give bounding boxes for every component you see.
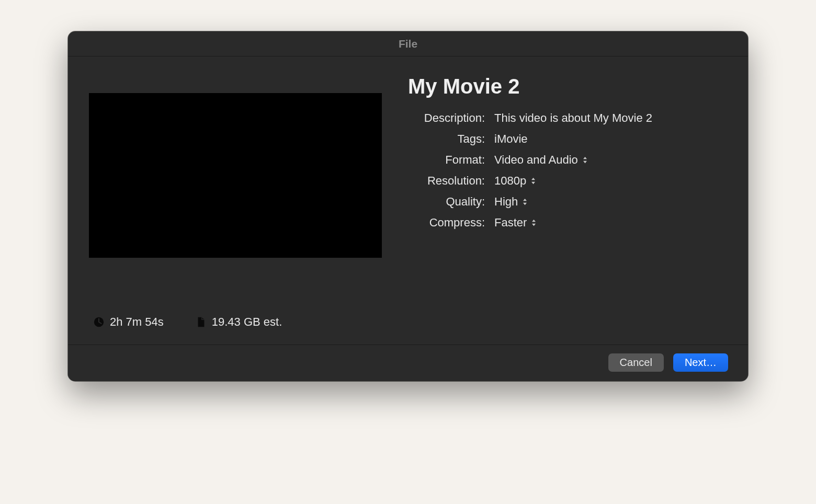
meta-row: 2h 7m 54s 19.43 GB est. bbox=[89, 315, 382, 329]
tags-value: iMovie bbox=[494, 132, 528, 146]
duration-meta: 2h 7m 54s bbox=[93, 315, 164, 329]
next-button[interactable]: Next… bbox=[673, 353, 728, 372]
dialog-titlebar: File bbox=[68, 31, 748, 56]
format-label: Format: bbox=[408, 153, 494, 167]
dialog-footer: Cancel Next… bbox=[68, 345, 748, 381]
movie-title: My Movie 2 bbox=[408, 75, 727, 98]
export-dialog: File 2h 7m 54s bbox=[68, 31, 748, 381]
compress-value: Faster bbox=[494, 216, 527, 230]
quality-row: Quality: High bbox=[408, 195, 727, 209]
description-label: Description: bbox=[408, 111, 494, 125]
right-panel: My Movie 2 Description: This video is ab… bbox=[408, 72, 727, 329]
tags-label: Tags: bbox=[408, 132, 494, 146]
quality-value: High bbox=[494, 195, 518, 209]
resolution-label: Resolution: bbox=[408, 174, 494, 188]
duration-value: 2h 7m 54s bbox=[110, 315, 164, 329]
tags-row: Tags: iMovie bbox=[408, 132, 727, 146]
clock-icon bbox=[93, 316, 105, 328]
compress-select[interactable]: Faster bbox=[494, 216, 537, 230]
quality-select[interactable]: High bbox=[494, 195, 528, 209]
updown-icon bbox=[531, 219, 537, 226]
left-panel: 2h 7m 54s 19.43 GB est. bbox=[89, 72, 382, 329]
updown-icon bbox=[522, 198, 528, 205]
compress-label: Compress: bbox=[408, 216, 494, 230]
format-select[interactable]: Video and Audio bbox=[494, 153, 588, 167]
dialog-title: File bbox=[399, 38, 417, 50]
updown-icon bbox=[582, 156, 588, 164]
format-row: Format: Video and Audio bbox=[408, 153, 727, 167]
updown-icon bbox=[530, 177, 536, 185]
tags-field[interactable]: iMovie bbox=[494, 132, 528, 146]
dialog-content: 2h 7m 54s 19.43 GB est. My Movie 2 Descr… bbox=[68, 56, 748, 345]
size-meta: 19.43 GB est. bbox=[195, 315, 282, 329]
cancel-button[interactable]: Cancel bbox=[608, 353, 664, 372]
size-value: 19.43 GB est. bbox=[212, 315, 282, 329]
format-value: Video and Audio bbox=[494, 153, 578, 167]
file-icon bbox=[195, 316, 207, 328]
description-field[interactable]: This video is about My Movie 2 bbox=[494, 111, 652, 125]
description-row: Description: This video is about My Movi… bbox=[408, 111, 727, 125]
resolution-value: 1080p bbox=[494, 174, 526, 188]
resolution-select[interactable]: 1080p bbox=[494, 174, 536, 188]
compress-row: Compress: Faster bbox=[408, 216, 727, 230]
resolution-row: Resolution: 1080p bbox=[408, 174, 727, 188]
quality-label: Quality: bbox=[408, 195, 494, 209]
video-preview bbox=[89, 93, 382, 258]
description-value: This video is about My Movie 2 bbox=[494, 111, 652, 125]
